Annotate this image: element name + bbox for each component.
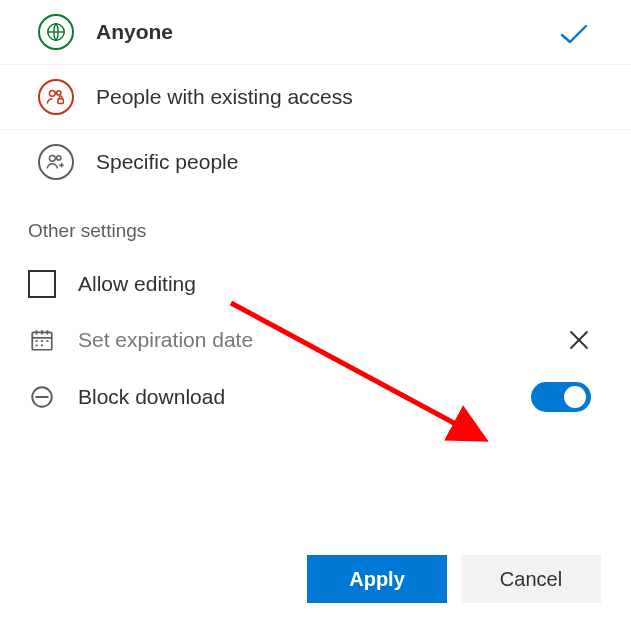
option-label: People with existing access: [96, 85, 353, 109]
toggle-knob: [564, 386, 586, 408]
cancel-button[interactable]: Cancel: [461, 555, 601, 603]
option-anyone[interactable]: Anyone: [0, 0, 631, 65]
svg-point-2: [57, 91, 61, 95]
allow-editing-label: Allow editing: [78, 272, 196, 296]
svg-point-5: [57, 156, 61, 160]
block-download-row: Block download: [28, 382, 591, 412]
other-settings-section: Other settings Allow editing Set expirat…: [0, 194, 631, 412]
calendar-icon: [28, 326, 56, 354]
option-specific-people[interactable]: Specific people: [0, 130, 631, 194]
globe-icon: [38, 14, 74, 50]
block-icon: [28, 383, 56, 411]
option-label: Anyone: [96, 20, 173, 44]
svg-point-1: [49, 90, 55, 96]
expiration-label: Set expiration date: [78, 328, 253, 352]
svg-rect-3: [58, 99, 64, 104]
svg-point-4: [49, 155, 55, 161]
checkmark-icon: [559, 22, 589, 50]
dialog-buttons: Apply Cancel: [307, 555, 601, 603]
allow-editing-row[interactable]: Allow editing: [28, 270, 591, 298]
people-lock-icon: [38, 79, 74, 115]
share-options-list: Anyone People with existing access: [0, 0, 631, 194]
settings-heading: Other settings: [28, 220, 591, 242]
block-download-label: Block download: [78, 385, 225, 409]
block-download-toggle[interactable]: [531, 382, 591, 412]
option-label: Specific people: [96, 150, 238, 174]
apply-button[interactable]: Apply: [307, 555, 447, 603]
clear-expiration-button[interactable]: [567, 328, 591, 352]
people-plus-icon: [38, 144, 74, 180]
expiration-row[interactable]: Set expiration date: [28, 326, 591, 354]
option-existing-access[interactable]: People with existing access: [0, 65, 631, 130]
allow-editing-checkbox[interactable]: [28, 270, 56, 298]
